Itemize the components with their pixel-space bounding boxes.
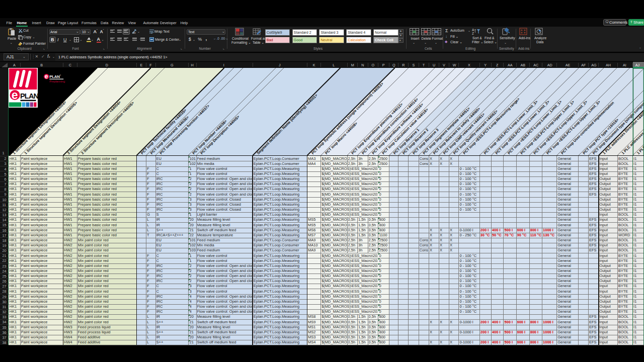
svg-text:PLAN: PLAN (20, 92, 38, 100)
svg-text:e: e (45, 73, 48, 80)
svg-text:PLAN: PLAN (49, 74, 60, 79)
svg-text:ab: ab (132, 31, 136, 34)
svg-text:Preplanning: Preplanning (49, 79, 65, 82)
svg-text:Z: Z (472, 32, 474, 35)
svg-text:®: ® (60, 74, 61, 76)
svg-text:A: A (472, 28, 474, 32)
svg-text:e: e (12, 88, 18, 101)
